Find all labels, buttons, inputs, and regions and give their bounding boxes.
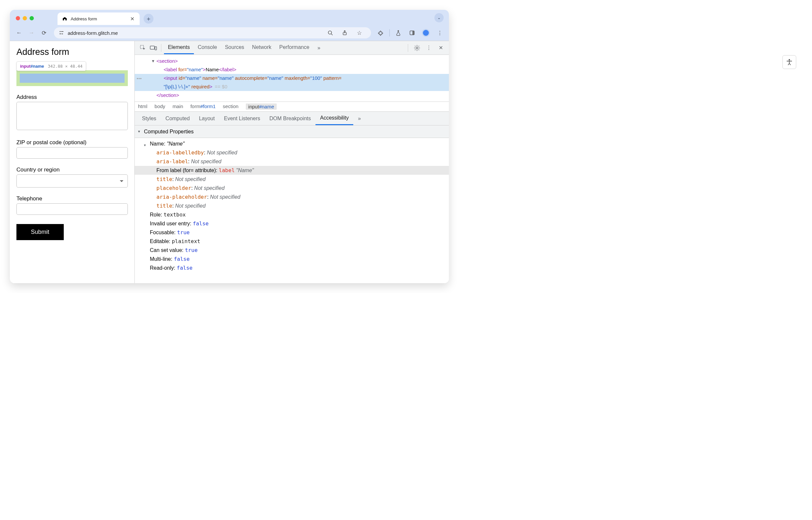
tabs-overflow-button[interactable]: ⌄ [434,13,443,22]
acc-name-row: Name: "Name" [144,139,449,148]
devtools-subtabs: StylesComputedLayoutEvent ListenersDOM B… [135,112,449,126]
crumb-input-name[interactable]: input#name [246,103,277,110]
browser-menu-icon[interactable]: ⋮ [434,28,445,38]
country-select[interactable] [17,175,128,187]
maximize-window-button[interactable] [30,16,34,20]
acc-source-row: From label (for= attribute): label "Name… [135,166,449,175]
minimize-window-button[interactable] [23,16,27,20]
acc-source-row: aria-placeholder: Not specified [144,192,449,201]
svg-rect-8 [412,31,414,35]
nav-back-button[interactable]: ← [14,28,24,38]
subtab-dom-breakpoints[interactable]: DOM Breakpoints [265,112,315,125]
acc-property-row: Editable: plaintext [144,237,449,246]
tab-close-button[interactable]: ✕ [129,16,135,22]
tooltip-dimensions: 342.88 × 48.44 [48,64,82,69]
dom-tree[interactable]: ▼ <section> <label for="name">Name</labe… [135,55,449,102]
address-textarea[interactable] [17,102,128,130]
computed-properties-header[interactable]: Computed Properties [135,126,449,138]
devtools-menu-icon[interactable]: ⋮ [424,43,434,53]
content-area: Address form input#name 342.88 × 48.44 A… [10,41,449,283]
extensions-icon[interactable] [376,28,386,38]
zip-input[interactable] [17,147,128,159]
site-controls-icon[interactable] [58,30,65,36]
labs-flask-icon[interactable] [393,28,404,38]
acc-property-row: Read-only: false [144,263,449,272]
svg-rect-9 [140,45,144,49]
telephone-label: Telephone [17,196,128,202]
reload-button[interactable]: ⟳ [39,28,49,38]
devtools-settings-icon[interactable] [412,43,422,53]
browser-tab[interactable]: Address form ✕ [57,12,139,25]
tooltip-tag: input [20,64,30,69]
subtab-accessibility[interactable]: Accessibility [315,112,353,125]
browser-window: Address form ✕ ＋ ⌄ ← → ⟳ address-form.gl… [10,10,449,283]
country-label: Country or region [17,166,128,173]
dom-breadcrumbs: htmlbodymainform#form1sectioninput#name [135,102,449,112]
dom-section-close: </section> [156,92,179,98]
acc-source-row: title: Not specified [144,201,449,210]
bookmark-star-icon[interactable]: ☆ [354,28,364,38]
browser-right-actions: ⋮ [376,28,445,38]
submit-button[interactable]: Submit [17,224,64,240]
devtools-tab-console[interactable]: Console [194,42,221,54]
acc-property-row: Focusable: true [144,228,449,237]
subtab-styles[interactable]: Styles [137,112,161,125]
dom-eq-dollar0: == $0 [214,84,227,89]
address-bar-actions: ☆ [325,28,364,38]
crumb-section[interactable]: section [223,103,238,110]
svg-point-2 [62,33,63,34]
address-bar-text: address-form.glitch.me [68,30,118,36]
page-pane: Address form input#name 342.88 × 48.44 A… [10,41,135,283]
devtools-tab-network[interactable]: Network [248,42,275,54]
devtools-close-icon[interactable]: ✕ [436,43,446,53]
tab-strip: Address form ✕ ＋ ⌄ [10,10,449,25]
browser-toolbar: ← → ⟳ address-form.glitch.me ☆ ⋮ [10,25,449,41]
tab-favicon-icon [62,16,67,21]
address-bar[interactable]: address-form.glitch.me ☆ [54,27,371,38]
crumb-body[interactable]: body [154,103,165,110]
subtab-computed[interactable]: Computed [161,112,195,125]
device-toolbar-icon[interactable] [149,43,158,53]
svg-rect-10 [150,46,154,49]
highlighted-name-field [17,70,128,86]
devtools-more-tabs-icon[interactable]: » [314,43,324,53]
profile-avatar[interactable] [421,28,431,38]
nav-forward-button[interactable]: → [26,28,37,38]
separator [389,29,390,36]
acc-source-row: title: Not specified [144,175,449,184]
svg-rect-11 [155,47,157,50]
accessibility-panel: Computed Properties Name: "Name" aria-la… [135,126,449,283]
acc-property-row: Multi-line: false [144,255,449,263]
svg-point-12 [416,47,418,49]
inspect-element-icon[interactable] [138,43,148,53]
subtabs-overflow-icon[interactable]: » [353,112,365,125]
svg-point-0 [59,31,60,32]
tooltip-id: #name [30,64,44,69]
page-title: Address form [17,47,128,57]
acc-source-row: aria-label: Not specified [144,157,449,166]
element-hover-tooltip: input#name 342.88 × 48.44 [17,61,86,71]
crumb-html[interactable]: html [138,103,147,110]
crumb-form-form1[interactable]: form#form1 [190,103,215,110]
crumb-main[interactable]: main [173,103,183,110]
telephone-input[interactable] [17,203,128,215]
tab-title: Address form [71,17,126,21]
acc-property-row: Role: textbox [144,210,449,219]
new-tab-button[interactable]: ＋ [144,14,153,24]
devtools-tab-sources[interactable]: Sources [221,42,248,54]
zoom-icon[interactable] [325,28,335,38]
side-panel-icon[interactable] [407,28,417,38]
subtab-event-listeners[interactable]: Event Listeners [219,112,264,125]
devtools-tab-elements[interactable]: Elements [164,42,194,54]
acc-property-row: Can set value: true [144,246,449,255]
share-icon[interactable] [339,28,350,38]
devtools-pane: ElementsConsoleSourcesNetworkPerformance… [135,41,449,283]
acc-property-row: Invalid user entry: false [144,219,449,228]
devtools-tab-performance[interactable]: Performance [275,42,313,54]
name-input-highlight[interactable] [20,74,125,83]
svg-line-5 [331,34,333,35]
dom-selected-node[interactable]: ••• <input id="name" name="name" autocom… [135,74,449,91]
devtools-toolbar: ElementsConsoleSourcesNetworkPerformance… [135,41,449,55]
close-window-button[interactable] [16,16,20,20]
subtab-layout[interactable]: Layout [194,112,219,125]
